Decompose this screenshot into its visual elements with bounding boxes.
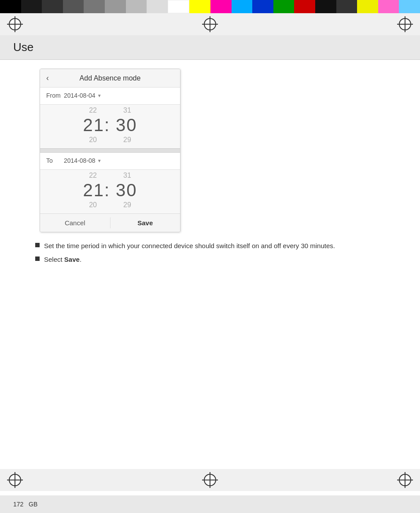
to-hour-below: 20 xyxy=(89,201,97,209)
from-section: From 2014-08-04 ▼ xyxy=(40,88,180,105)
from-time-above: 22 31 xyxy=(89,106,131,114)
back-arrow-icon[interactable]: ‹ xyxy=(46,73,49,83)
reg-mark-top-left xyxy=(9,18,21,30)
swatch-gray1 xyxy=(63,0,84,13)
swatch-cyan xyxy=(232,0,253,13)
bullet-text-1: Set the time period in which your connec… xyxy=(44,241,402,251)
section-title: Use xyxy=(13,40,33,54)
save-bold: Save xyxy=(64,256,80,263)
main-content: ‹ Add Absence mode From 2014-08-04 ▼ 22 … xyxy=(0,60,420,277)
bullet-icon-1 xyxy=(35,243,40,247)
reg-mark-bottom-right xyxy=(399,474,411,486)
bullet-item-1: Set the time period in which your connec… xyxy=(35,241,402,251)
phone-screen-title: Add Absence mode xyxy=(55,74,165,82)
bullet-list: Set the time period in which your connec… xyxy=(31,241,407,264)
page-num-value: 172 xyxy=(13,501,23,508)
reg-marks-bottom xyxy=(0,469,420,491)
swatch-lightgray2 xyxy=(147,0,168,13)
from-min-below: 29 xyxy=(123,136,131,144)
to-date-dropdown-icon[interactable]: ▼ xyxy=(97,158,102,163)
swatch-darkgray1 xyxy=(21,0,42,13)
swatch-blue xyxy=(252,0,273,13)
to-label-row: To 2014-08-08 ▼ xyxy=(46,157,174,164)
to-min-below: 29 xyxy=(123,201,131,209)
bullet-text-2: Select Save. xyxy=(44,255,402,265)
swatch-pink xyxy=(378,0,399,13)
from-label-row: From 2014-08-04 ▼ xyxy=(46,92,174,99)
to-hour-above: 22 xyxy=(89,172,97,180)
swatch-gray2 xyxy=(84,0,105,13)
swatch-lightgray1 xyxy=(126,0,147,13)
cancel-button[interactable]: Cancel xyxy=(40,214,110,232)
phone-footer: Cancel Save xyxy=(40,213,180,232)
from-time-below: 20 29 xyxy=(89,136,131,144)
bullet-icon-2 xyxy=(35,256,40,261)
swatch-lightblue xyxy=(399,0,420,13)
to-date: 2014-08-08 xyxy=(64,157,96,164)
swatch-lightyellow xyxy=(357,0,378,13)
phone-header: ‹ Add Absence mode xyxy=(40,69,180,88)
page-footer: 172 GB xyxy=(0,495,420,513)
from-time-main[interactable]: 21: 30 xyxy=(83,115,137,135)
page-lang: GB xyxy=(29,501,37,508)
from-date-dropdown-icon[interactable]: ▼ xyxy=(97,93,102,98)
swatch-white xyxy=(168,0,190,13)
save-button[interactable]: Save xyxy=(111,214,181,232)
from-min-above: 31 xyxy=(123,106,131,114)
from-time-picker: 22 31 21: 30 20 29 xyxy=(40,105,180,148)
swatch-nearblack xyxy=(315,0,336,13)
color-bar xyxy=(0,0,420,13)
to-section: To 2014-08-08 ▼ xyxy=(40,153,180,170)
from-hour-above: 22 xyxy=(89,106,97,114)
reg-mark-bottom-left xyxy=(9,474,21,486)
swatch-yellow xyxy=(189,0,210,13)
section-header: Use xyxy=(0,35,420,60)
to-time-picker: 22 31 21: 30 20 29 xyxy=(40,170,180,213)
page-number: 172 GB xyxy=(13,501,37,508)
from-date: 2014-08-04 xyxy=(64,92,96,99)
swatch-magenta xyxy=(210,0,232,13)
to-min-above: 31 xyxy=(123,172,131,180)
from-hour-below: 20 xyxy=(89,136,97,144)
swatch-gray3 xyxy=(105,0,126,13)
bullet-item-2: Select Save. xyxy=(35,255,402,265)
to-time-below: 20 29 xyxy=(89,201,131,209)
to-time-main[interactable]: 21: 30 xyxy=(83,180,137,200)
from-label: From xyxy=(46,92,64,99)
to-time-above: 22 31 xyxy=(89,172,131,180)
reg-mark-top-center xyxy=(204,18,216,30)
reg-mark-bottom-center xyxy=(204,474,216,486)
swatch-darkgray3 xyxy=(336,0,357,13)
swatch-black xyxy=(0,0,21,13)
swatch-green xyxy=(273,0,295,13)
swatch-red xyxy=(294,0,315,13)
reg-marks-top xyxy=(0,13,420,35)
phone-mockup: ‹ Add Absence mode From 2014-08-04 ▼ 22 … xyxy=(40,69,181,232)
to-label: To xyxy=(46,157,64,164)
reg-mark-top-right xyxy=(399,18,411,30)
swatch-darkgray2 xyxy=(42,0,63,13)
section-separator xyxy=(40,148,180,153)
